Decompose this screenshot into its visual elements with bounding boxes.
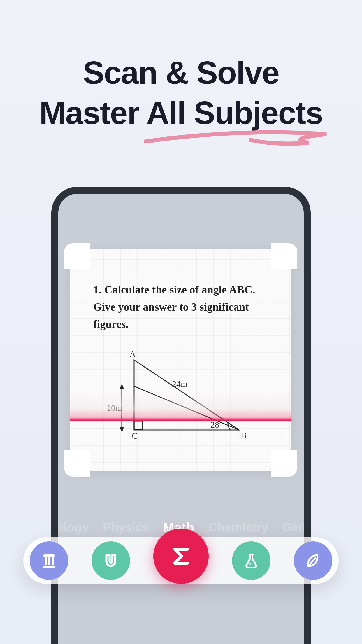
tab-chemistry[interactable]: Chemistry [208,520,268,536]
tab-general[interactable]: Gen [282,520,304,536]
tab-biology[interactable]: ology [58,520,89,536]
vertex-b-label: B [241,430,247,440]
subject-icon-bar [23,537,339,584]
subject-history-button[interactable] [30,541,68,580]
subject-biology-button[interactable] [294,541,332,580]
vertex-a-label: A [129,351,136,359]
svg-rect-8 [48,557,50,565]
question-number: 1. [93,284,102,296]
crop-corner-tr-icon [271,243,297,270]
marketing-headline: Scan & Solve Master All Subjects [0,0,362,133]
leaf-icon [303,551,323,570]
headline-line1: Scan & Solve [0,52,362,93]
subject-math-button[interactable] [153,528,209,584]
crop-corner-bl-icon [64,450,90,477]
pillar-icon [39,551,59,570]
scan-laser-line-icon [70,392,291,421]
svg-marker-5 [120,427,124,432]
question-text: 1. Calculate the size of angle ABC. Give… [93,281,268,333]
svg-point-11 [249,563,251,565]
question-body: Calculate the size of angle ABC. Give yo… [93,284,255,330]
svg-rect-2 [134,421,142,429]
headline-line2: Master All Subjects [0,93,362,133]
svg-rect-10 [43,566,55,568]
flask-icon [242,551,261,570]
scan-capture-area[interactable]: 1. Calculate the size of angle ABC. Give… [70,249,291,471]
magnet-icon [101,551,120,570]
hypotenuse-label: 24m [172,379,187,388]
tab-physics[interactable]: Physics [103,520,149,536]
crop-corner-br-icon [271,450,297,477]
svg-rect-7 [45,557,47,565]
subject-physics-button[interactable] [92,541,130,580]
crop-corner-tl-icon [64,243,90,270]
sigma-icon [168,543,194,570]
vertex-c-label: C [132,431,138,440]
svg-marker-4 [120,384,124,389]
subject-chemistry-button[interactable] [232,541,270,580]
svg-rect-9 [52,557,54,565]
svg-rect-6 [43,554,55,557]
